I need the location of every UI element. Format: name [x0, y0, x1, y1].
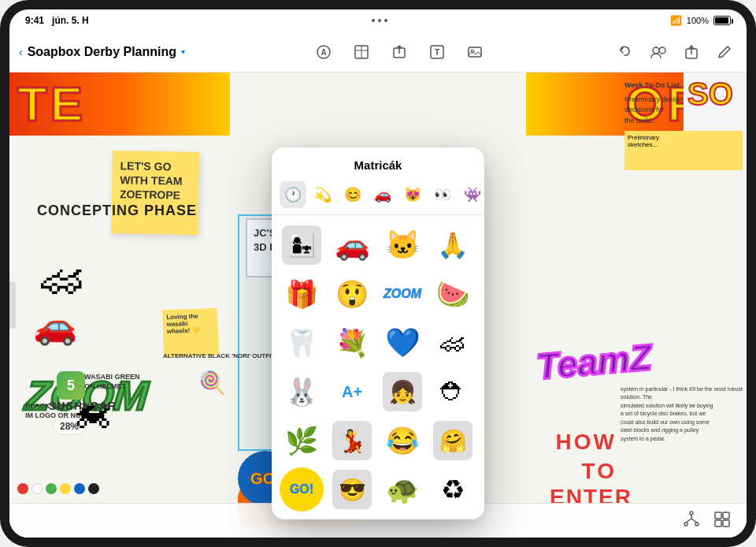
svg-text:A: A — [321, 48, 326, 57]
dot3 — [384, 19, 387, 22]
sticker-aplus[interactable]: A+ — [330, 370, 374, 414]
sticker-hands[interactable]: 🙏 — [431, 223, 475, 267]
share-icon — [684, 44, 699, 60]
to-text: TO — [582, 459, 617, 484]
category-memoji[interactable]: 💫 — [309, 181, 336, 208]
sticker-dance[interactable]: 💃 — [330, 419, 374, 463]
grid-view-button[interactable] — [713, 511, 731, 531]
format-button[interactable]: A — [311, 39, 336, 65]
aplus-text: A+ — [342, 383, 362, 401]
rider-figure: 🏍 — [72, 389, 112, 435]
color-swatches — [17, 483, 99, 494]
status-time: 9:41 jún. 5. H — [25, 15, 89, 26]
table-icon — [354, 44, 369, 60]
status-right: 📶 100% — [670, 15, 731, 26]
color-swatch-red — [17, 483, 28, 494]
table-insert-button[interactable] — [349, 39, 374, 65]
sticky-note-text: LET'S GO WITH TEAM ZOETROPE — [120, 159, 183, 202]
sticker-leaves[interactable]: 🌿 — [280, 419, 324, 463]
color-swatch-white — [32, 483, 43, 494]
sticker-hug[interactable]: 🤗 — [431, 419, 475, 463]
girl-photo-img: 👧 — [383, 372, 422, 411]
sticker-cat[interactable]: 🐱 — [380, 223, 424, 267]
category-car[interactable]: 🚗 — [369, 181, 396, 208]
collaborate-button[interactable] — [646, 39, 671, 65]
sticker-helmet[interactable]: ⛑ — [431, 370, 475, 414]
sticky-note-main[interactable]: LET'S GO WITH TEAM ZOETROPE — [111, 151, 199, 235]
sticker-watermelon[interactable]: 🍉 — [431, 272, 475, 316]
back-button[interactable]: ‹ — [19, 46, 23, 58]
svg-rect-24 — [723, 520, 729, 527]
sticker-monster-teeth[interactable]: 🦷 — [280, 321, 324, 365]
dance-img: 💃 — [332, 421, 372, 460]
tree-icon — [682, 510, 701, 529]
toolbar-center: A — [191, 39, 606, 65]
notes-content: Preliminary designdecisions forthe build… — [624, 95, 743, 127]
left-edge-handle[interactable] — [9, 281, 16, 329]
sticker-gift[interactable]: 🎁 — [280, 272, 324, 316]
share-insert-button[interactable] — [387, 39, 412, 65]
svg-point-12 — [659, 47, 665, 54]
format-icon: A — [316, 44, 332, 60]
category-face[interactable]: 😻 — [399, 181, 426, 208]
svg-text:T: T — [434, 47, 439, 57]
category-emoji[interactable]: 😊 — [339, 181, 366, 208]
svg-rect-21 — [715, 512, 721, 519]
text-icon: T — [429, 44, 445, 60]
sticker-flowers[interactable]: 💐 — [330, 321, 374, 365]
sticker-photo-img: 👩‍👧 — [282, 225, 321, 265]
sticker-memoji-surprised[interactable]: 😲 — [330, 272, 374, 316]
undo-button[interactable] — [613, 39, 638, 65]
hug-img: 🤗 — [433, 421, 472, 460]
sticker-panel[interactable]: Matricák 🕐 💫 😊 🚗 😻 👀 👾 👩‍👧 — [272, 147, 484, 519]
tree-view-button[interactable] — [682, 510, 701, 532]
svg-point-17 — [695, 523, 699, 526]
svg-point-16 — [684, 523, 687, 526]
color-swatch-green — [46, 483, 57, 494]
how-text: HOW — [556, 430, 617, 455]
pencil-button[interactable] — [712, 39, 737, 65]
text-button[interactable]: T — [424, 39, 450, 65]
canvas-area[interactable]: TE OPE SO LET'S GO WITH TEAM ZOETROPE CO… — [9, 73, 747, 538]
battery-text: 100% — [687, 16, 709, 25]
sticker-recycle[interactable]: ♻ — [431, 467, 475, 512]
svg-rect-9 — [469, 47, 481, 57]
sticker-flame-car[interactable]: 🏎 — [431, 321, 475, 365]
media-button[interactable] — [462, 39, 487, 65]
small-instructions: system in particular - I think it'll be … — [621, 385, 743, 444]
share-insert-icon — [391, 44, 407, 60]
sticker-turtle[interactable]: 🐢 — [380, 467, 424, 512]
sticker-red-car[interactable]: 🚗 — [330, 223, 374, 267]
svg-line-19 — [686, 519, 691, 523]
ipad-frame: 9:41 jún. 5. H 📶 100% — [0, 0, 756, 547]
status-center-dots — [372, 19, 387, 22]
dot2 — [378, 19, 381, 22]
sticker-blue-heart[interactable]: 💙 — [380, 321, 424, 365]
svg-line-20 — [691, 519, 697, 523]
car-sketch-top: 🏎 — [41, 254, 84, 304]
wifi-icon: 📶 — [670, 15, 682, 26]
sticker-girl-photo[interactable]: 👧 — [380, 370, 424, 414]
category-eyes[interactable]: 👀 — [429, 181, 456, 208]
pencil-icon — [717, 44, 732, 60]
svg-point-11 — [653, 47, 659, 54]
small-sticky-text: Loving thewasabiwheels! 💛 — [166, 312, 214, 335]
title-dropdown-icon[interactable]: ▾ — [181, 47, 185, 56]
sunglasses-img: 😎 — [332, 470, 372, 509]
category-recent[interactable]: 🕐 — [280, 181, 306, 208]
sticker-laughcry[interactable]: 😂 — [380, 419, 424, 463]
zoom-sticker-text: ZOOM — [384, 287, 421, 301]
yellow-sticky-small: Preliminarysketches... — [624, 131, 743, 170]
sticker-sunglasses[interactable]: 😎 — [330, 467, 374, 512]
color-swatch-black — [88, 483, 99, 494]
sticker-zoom-text[interactable]: ZOOM — [380, 272, 424, 316]
toolbar-left: ‹ Soapbox Derby Planning ▾ — [19, 45, 185, 59]
sticker-panel-title: Matricák — [272, 147, 484, 178]
ipad-screen: 9:41 jún. 5. H 📶 100% — [9, 9, 747, 538]
sticker-rabbit[interactable]: 🐰 — [280, 370, 324, 414]
share-button[interactable] — [679, 39, 704, 65]
sticker-photo-family[interactable]: 👩‍👧 — [280, 223, 324, 267]
team-text: TE — [17, 80, 86, 128]
category-alien[interactable]: 👾 — [459, 181, 484, 208]
sticker-go-yellow[interactable]: GO! — [280, 467, 324, 512]
